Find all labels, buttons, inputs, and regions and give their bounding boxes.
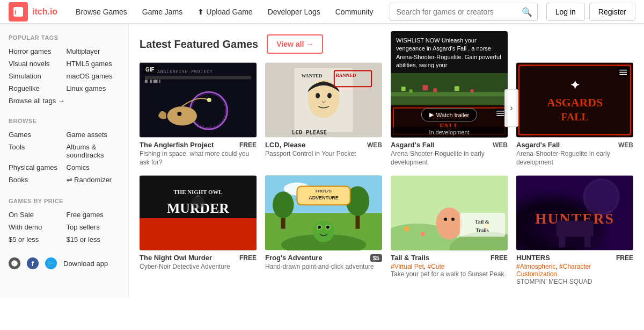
svg-text:WANTED: WANTED [301, 73, 322, 78]
tag-roguelike[interactable]: Roguelike [9, 83, 62, 94]
tag-atmospheric[interactable]: #Atmospheric [516, 263, 555, 270]
featured-games-row1: THE-ANGLERFISH-PROJECT [140, 62, 633, 167]
browse-albums[interactable]: Albums & soundtracks [67, 142, 120, 160]
tag-horror[interactable]: Horror games [9, 46, 62, 56]
game-card-nightowl[interactable]: THE NIGHT OWL MURDER The Night Owl Murde… [140, 175, 257, 286]
game-price-asgard: WEB [493, 141, 508, 149]
header: i itch.io Browse Games Game Jams ⬆ Uploa… [0, 0, 644, 24]
game-title-row-frog: Frog's Adventure $5 [265, 254, 382, 262]
svg-point-77 [313, 221, 334, 242]
tag-multiplayer[interactable]: Multiplayer [67, 46, 120, 56]
browse-tools[interactable]: Tools [9, 142, 62, 160]
next-slide-button[interactable]: › [504, 89, 518, 127]
game-card-hunters[interactable]: HUNTERS HUNTERS FREE [516, 175, 633, 286]
svg-point-81 [326, 226, 330, 229]
watch-trailer-button[interactable]: ▶ Watch trailer [421, 108, 477, 121]
price-section: GAMES BY PRICE On Sale Free games With d… [9, 198, 120, 245]
svg-rect-29 [409, 89, 413, 92]
price-5-less[interactable]: $5 or less [9, 234, 62, 245]
game-card-lcd[interactable]: WANTED [265, 62, 382, 167]
tag-linux[interactable]: Linux games [67, 83, 120, 94]
svg-point-21 [327, 93, 332, 98]
facebook-icon[interactable]: f [27, 257, 39, 269]
svg-rect-30 [422, 85, 428, 90]
featured-header: Latest Featured Games View all → [140, 34, 633, 54]
game-price-asgard-full: WEB [618, 141, 633, 149]
game-thumb-nightowl: THE NIGHT OWL MURDER [140, 175, 257, 250]
tag-visual-novels[interactable]: Visual novels [9, 59, 62, 69]
price-top-sellers[interactable]: Top sellers [67, 222, 120, 232]
price-on-sale[interactable]: On Sale [9, 210, 62, 220]
nav-developer-logs[interactable]: Developer Logs [260, 0, 328, 24]
game-name-nightowl: The Night Owl Murder [140, 254, 212, 262]
nav-browse-games[interactable]: Browse Games [68, 0, 135, 24]
svg-point-13 [167, 106, 197, 126]
browse-comics[interactable]: Comics [67, 162, 120, 173]
svg-point-63 [192, 196, 204, 209]
game-desc-asgard-full: Arena-Shooter-Roguelite in early develop… [516, 150, 633, 167]
browse-randomizer[interactable]: ⇌ Randomizer [67, 175, 120, 185]
game-title-row-hunters: HUNTERS FREE [516, 254, 633, 262]
game-info-tail: Tail & Trails FREE #Virtual Pet, #Cute T… [391, 250, 508, 279]
svg-point-88 [436, 207, 463, 239]
nav-game-jams[interactable]: Game Jams [135, 0, 190, 24]
svg-rect-8 [150, 80, 152, 83]
game-card-asgard[interactable]: WISHLIST NOW Unleash your vengeance in A… [391, 62, 508, 167]
twitter-icon[interactable]: 🐦 [45, 257, 57, 269]
svg-rect-6 [145, 76, 251, 79]
asgard-popup: WISHLIST NOW Unleash your vengeance in A… [391, 31, 508, 73]
browse-physical[interactable]: Physical games [9, 162, 62, 173]
price-15-less[interactable]: $15 or less [67, 234, 120, 245]
svg-point-14 [177, 112, 181, 116]
game-name-anglerfish: The Anglerfish Project [140, 141, 214, 149]
game-info-asgard: Asgard's Fall WEB Arena-Shooter-Roguelit… [391, 138, 508, 167]
svg-point-86 [420, 232, 425, 236]
game-price-frog: $5 [370, 254, 382, 262]
view-all-button[interactable]: View all → [267, 34, 323, 54]
svg-rect-60 [140, 218, 257, 250]
browse-books[interactable]: Books [9, 175, 62, 185]
game-thumb-tail: Tail & Trails [391, 175, 508, 250]
nav-community[interactable]: Community [328, 0, 381, 24]
search-bar: 🔍 [390, 3, 538, 21]
svg-rect-10 [159, 80, 160, 83]
games-section: THE-ANGLERFISH-PROJECT [140, 62, 633, 286]
svg-point-15 [207, 98, 211, 102]
game-price-lcd: WEB [367, 141, 382, 149]
game-card-tail[interactable]: Tail & Trails Tail & Trails FREE #Virtua… [391, 175, 508, 286]
svg-rect-27 [391, 92, 508, 96]
logo-icon: i [9, 2, 28, 21]
game-card-asgard-full[interactable]: ✦ ASGARDS FALL Asgard's Fall [516, 62, 633, 167]
login-button[interactable]: Log in [546, 3, 585, 21]
tag-macos[interactable]: macOS games [67, 71, 120, 81]
tag-cute[interactable]: #Cute [428, 263, 445, 270]
game-name-asgard: Asgard's Fall [391, 141, 434, 149]
svg-rect-33 [471, 89, 474, 92]
register-button[interactable]: Register [589, 3, 635, 21]
svg-rect-95 [460, 213, 505, 237]
game-card-anglerfish[interactable]: THE-ANGLERFISH-PROJECT [140, 62, 257, 167]
game-title-row-asgard: Asgard's Fall WEB [391, 141, 508, 149]
svg-point-80 [318, 226, 321, 229]
search-input[interactable] [390, 3, 538, 21]
tag-html5[interactable]: HTML5 games [67, 59, 120, 69]
main-content: Latest Featured Games View all → THE-ANG… [129, 24, 644, 297]
game-price-tail: FREE [491, 254, 508, 262]
tag-virtual-pet[interactable]: #Virtual Pet [391, 263, 424, 270]
nav-upload-game[interactable]: ⬆ Upload Game [190, 0, 260, 24]
price-with-demo[interactable]: With demo [9, 222, 62, 232]
browse-games[interactable]: Games [9, 130, 62, 140]
browse-game-assets[interactable]: Game assets [67, 130, 120, 140]
svg-point-2 [11, 260, 18, 267]
game-card-frog[interactable]: FROG'S ADVENTURE Fr [265, 175, 382, 286]
reddit-icon[interactable]: r [9, 257, 20, 269]
svg-point-20 [316, 93, 320, 98]
logo[interactable]: i itch.io [9, 2, 57, 21]
svg-rect-26 [391, 95, 508, 105]
game-info-frog: Frog's Adventure $5 Hand-drawn point-and… [265, 250, 382, 271]
download-app-link[interactable]: Download app [63, 260, 108, 268]
tag-simulation[interactable]: Simulation [9, 71, 62, 81]
popup-text: WISHLIST NOW Unleash your vengeance in A… [396, 37, 502, 70]
browse-all-tags[interactable]: Browse all tags → [9, 97, 120, 105]
price-free[interactable]: Free games [67, 210, 120, 220]
